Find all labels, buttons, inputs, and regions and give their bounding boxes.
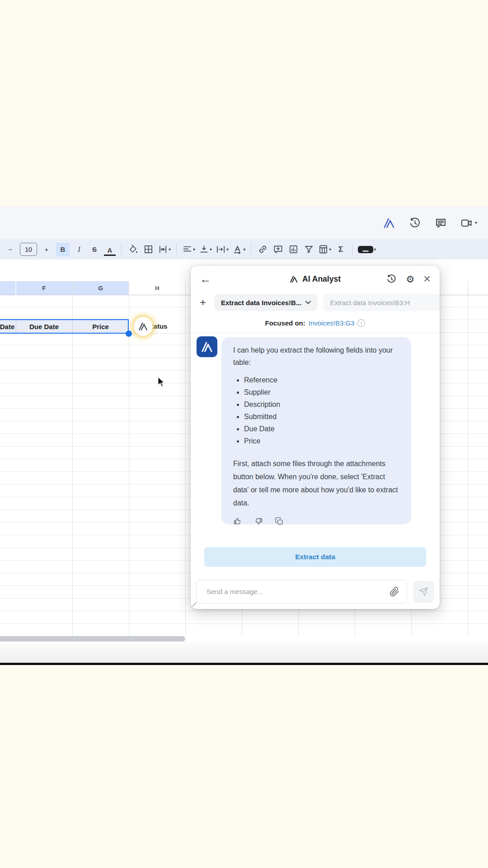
toolbar: − 10 + B I S A ▾ ▾ [0, 239, 488, 259]
field-item: Reference [244, 374, 402, 386]
extract-data-button[interactable]: Extract data [204, 547, 426, 567]
ai-message-bubble: I can help you extract the following fie… [221, 337, 411, 524]
chevron-down-icon: ▾ [210, 247, 212, 252]
comments-icon[interactable] [435, 217, 447, 229]
ai-avatar [197, 336, 217, 357]
ai-analyst-logo-icon[interactable] [383, 217, 395, 229]
chevron-down-icon [305, 301, 311, 304]
font-size-input[interactable]: 10 [20, 243, 37, 256]
toolbar-divider [251, 244, 251, 255]
filter-icon[interactable] [303, 243, 314, 256]
chevron-down-icon: ▾ [226, 247, 229, 252]
vertical-align-button[interactable]: ▾ [199, 244, 212, 255]
send-message-button[interactable] [413, 581, 434, 603]
toolbar-divider [176, 244, 177, 255]
horizontal-align-button[interactable]: ▾ [182, 244, 195, 255]
tab-extract-data-inactive[interactable]: Extract data Invoices!B3:H [323, 294, 440, 311]
message-intro: I can help you extract the following fie… [233, 344, 402, 368]
column-header-h[interactable]: H [129, 281, 185, 295]
field-list: Reference Supplier Description Submitted… [233, 374, 402, 447]
insert-chart-icon[interactable] [287, 243, 299, 256]
panel-header-icons: ⚙ × [386, 273, 431, 285]
chevron-down-icon: ▾ [243, 247, 245, 252]
selected-range-row[interactable]: Date Due Date Price [0, 319, 129, 334]
message-outro: First, attach some files through the att… [233, 457, 402, 509]
column-header-g[interactable]: G [73, 281, 129, 295]
pivot-table-button[interactable]: ▾ [318, 244, 331, 255]
message-feedback-row [233, 517, 402, 526]
thumbs-down-icon[interactable] [254, 517, 263, 526]
tab-label: Extract data Invoices!B3:H [330, 299, 410, 307]
chat-history-icon[interactable] [386, 274, 397, 284]
info-icon[interactable]: i [357, 319, 365, 327]
keyboard-pill-icon [358, 246, 373, 253]
app-statusbar: ▾ [0, 207, 488, 239]
sheet-bottom-edge [0, 642, 488, 663]
new-chat-button[interactable]: + [197, 297, 209, 309]
tab-label: Extract data Invoices!B... [221, 299, 301, 307]
panel-title: AI Analyst [302, 274, 341, 284]
field-item: Price [244, 435, 402, 447]
close-panel-icon[interactable]: × [423, 273, 431, 285]
chat-tabs: + Extract data Invoices!B... Extract dat… [191, 292, 440, 313]
video-call-icon[interactable]: ▾ [460, 217, 477, 229]
text-rotation-button[interactable]: ▾ [232, 244, 245, 255]
cell-g3[interactable]: Price [72, 320, 129, 333]
input-tools-button[interactable]: ▾ [358, 246, 376, 253]
column-header-f[interactable]: F [16, 281, 72, 295]
tab-extract-data-active[interactable]: Extract data Invoices!B... [214, 294, 318, 311]
merge-cells-button[interactable]: ▾ [158, 244, 171, 255]
statusbar-icon-row: ▾ [383, 207, 477, 239]
panel-resize-grip[interactable] [192, 602, 197, 607]
send-plane-icon [419, 587, 428, 596]
chevron-down-icon: ▾ [193, 247, 195, 252]
ai-suggestion-icon[interactable] [134, 317, 153, 336]
settings-gear-icon[interactable]: ⚙ [406, 274, 414, 284]
insert-link-icon[interactable] [257, 243, 268, 256]
text-wrap-button[interactable]: ▾ [216, 244, 229, 255]
message-input[interactable] [206, 587, 389, 596]
field-item: Description [244, 398, 402, 410]
toolbar-divider [121, 244, 122, 255]
copy-icon[interactable] [275, 517, 284, 526]
column-header-e-partial[interactable] [0, 281, 16, 295]
message-composer [196, 580, 434, 604]
chevron-down-icon: ▾ [374, 247, 376, 252]
fill-color-icon[interactable] [127, 243, 139, 256]
borders-icon[interactable] [142, 243, 154, 256]
cell-f3[interactable]: Due Date [16, 320, 72, 333]
back-button[interactable]: ← [200, 274, 211, 285]
ai-analyst-logo-icon [290, 275, 298, 283]
panel-header: ← AI Analyst ⚙ × [191, 266, 440, 292]
insert-comment-icon[interactable] [272, 243, 284, 256]
text-color-button[interactable]: A [104, 245, 116, 256]
bold-button[interactable]: B [56, 243, 70, 256]
horizontal-scrollbar-thumb[interactable] [0, 636, 185, 642]
chevron-down-icon: ▾ [169, 247, 171, 252]
thumbs-up-icon[interactable] [233, 517, 242, 526]
sum-functions-button[interactable]: Σ [335, 243, 347, 256]
chevron-down-icon: ▾ [475, 221, 477, 225]
focused-on-label: Focused on: [265, 319, 305, 327]
screen: ▾ − 10 + B I S A ▾ [0, 0, 488, 868]
version-history-icon[interactable] [409, 217, 421, 229]
attachment-paperclip-icon[interactable] [389, 587, 399, 597]
ai-analyst-panel: ← AI Analyst ⚙ × + Extract data In [191, 266, 440, 609]
chevron-down-icon: ▾ [329, 247, 331, 252]
screen-divider-line [0, 663, 488, 665]
italic-button[interactable]: I [73, 243, 85, 256]
font-size-decrease-button[interactable]: − [5, 243, 16, 256]
mouse-cursor [156, 377, 166, 387]
field-item: Submitted [244, 410, 402, 423]
strikethrough-button[interactable]: S [89, 243, 100, 256]
focus-bar: Focused on: Invoices!B3:G3 i [191, 313, 440, 333]
font-size-increase-button[interactable]: + [41, 243, 52, 256]
toolbar-divider [352, 244, 352, 255]
focused-range-link[interactable]: Invoices!B3:G3 [309, 319, 355, 327]
field-item: Supplier [244, 386, 402, 398]
field-item: Due Date [244, 423, 402, 435]
message-input-wrap [196, 580, 407, 604]
selection-fill-handle[interactable] [126, 330, 132, 337]
